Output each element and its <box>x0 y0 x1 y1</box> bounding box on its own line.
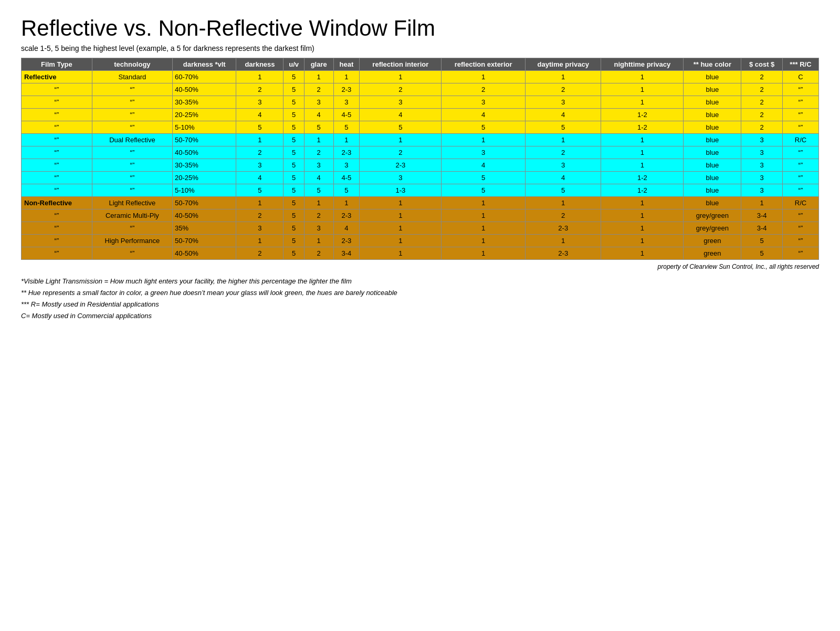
table-cell: blue <box>684 109 741 121</box>
table-cell: green <box>684 235 741 247</box>
table-cell: 2 <box>442 83 526 96</box>
table-cell: 2 <box>741 109 783 121</box>
table-cell: Reflective <box>22 71 92 83</box>
table-cell: 1 <box>601 134 684 146</box>
table-cell: 1 <box>442 209 526 222</box>
table-cell: 1 <box>601 159 684 172</box>
table-cell: Non-Reflective <box>22 197 92 209</box>
table-cell: 5 <box>284 146 304 159</box>
table-cell: 1-2 <box>601 184 684 197</box>
table-cell: 1 <box>360 134 442 146</box>
table-cell: 2 <box>741 121 783 134</box>
table-cell: 4 <box>360 109 442 121</box>
table-cell: 4 <box>442 159 526 172</box>
table-cell: 1 <box>333 197 360 209</box>
col-daytime: daytime privacy <box>526 58 601 71</box>
table-cell: 1 <box>442 247 526 260</box>
table-cell: 2 <box>526 209 601 222</box>
table-cell: 1-2 <box>601 172 684 184</box>
table-cell: “” <box>92 184 172 197</box>
table-cell: 5 <box>442 121 526 134</box>
table-row: “”“”40-50%2522-32321blue3“” <box>22 146 819 159</box>
table-cell: 2 <box>236 83 284 96</box>
table-cell: 5 <box>333 184 360 197</box>
table-row: “”“”40-50%2522-32221blue2“” <box>22 83 819 96</box>
table-cell: 1 <box>360 71 442 83</box>
table-cell: 3 <box>236 159 284 172</box>
table-cell: 5 <box>284 172 304 184</box>
table-cell: 1 <box>601 96 684 109</box>
table-cell: 1 <box>333 71 360 83</box>
table-cell: “” <box>22 96 92 109</box>
table-cell: 3 <box>360 172 442 184</box>
table-cell: 3-4 <box>333 247 360 260</box>
table-cell: “” <box>22 247 92 260</box>
table-row: “”“”30-35%35332-3431blue3“” <box>22 159 819 172</box>
table-cell: 3 <box>333 96 360 109</box>
table-cell: 2 <box>741 83 783 96</box>
table-cell: 4-5 <box>333 172 360 184</box>
table-cell: 2-3 <box>333 235 360 247</box>
table-cell: Dual Reflective <box>92 134 172 146</box>
table-cell: “” <box>782 247 818 260</box>
table-cell: 40-50% <box>172 247 236 260</box>
table-cell: 3 <box>741 172 783 184</box>
table-cell: blue <box>684 83 741 96</box>
table-cell: 5 <box>284 83 304 96</box>
table-cell: 5 <box>360 121 442 134</box>
table-cell: “” <box>782 146 818 159</box>
table-cell: green <box>684 247 741 260</box>
table-cell: “” <box>22 235 92 247</box>
footnote-3: *** R= Mostly used in Residential applic… <box>21 299 819 310</box>
table-cell: 5 <box>284 197 304 209</box>
table-cell: 5 <box>284 96 304 109</box>
table-cell: 5 <box>284 247 304 260</box>
col-heat: heat <box>333 58 360 71</box>
table-cell: 2 <box>304 247 333 260</box>
table-cell: 1 <box>526 71 601 83</box>
table-cell: “” <box>22 134 92 146</box>
table-row: “”“”5-10%55551-3551-2blue3“” <box>22 184 819 197</box>
table-cell: 1 <box>360 247 442 260</box>
table-row: “”“”40-50%2523-4112-31green5“” <box>22 247 819 260</box>
table-cell: “” <box>22 222 92 235</box>
table-cell: 5-10% <box>172 184 236 197</box>
table-cell: blue <box>684 96 741 109</box>
table-cell: “” <box>92 172 172 184</box>
table-cell: “” <box>782 222 818 235</box>
table-cell: 3 <box>526 159 601 172</box>
table-cell: “” <box>782 83 818 96</box>
table-cell: 1 <box>333 134 360 146</box>
table-cell: 5 <box>333 121 360 134</box>
table-cell: 2-3 <box>360 159 442 172</box>
table-cell: “” <box>22 146 92 159</box>
table-cell: 5 <box>304 121 333 134</box>
table-cell: 2 <box>304 209 333 222</box>
table-cell: “” <box>782 159 818 172</box>
table-cell: 3-4 <box>741 209 783 222</box>
table-cell: 2 <box>304 146 333 159</box>
table-cell: 4 <box>526 109 601 121</box>
table-cell: 1 <box>526 197 601 209</box>
col-darkness-vlt: darkness *vlt <box>172 58 236 71</box>
table-cell: 5 <box>442 184 526 197</box>
table-cell: blue <box>684 71 741 83</box>
table-cell: 3 <box>360 96 442 109</box>
table-cell: Light Reflective <box>92 197 172 209</box>
table-cell: 2 <box>360 146 442 159</box>
table-cell: 2 <box>236 209 284 222</box>
col-hue: ** hue color <box>684 58 741 71</box>
table-cell: 1 <box>442 197 526 209</box>
table-cell: 3 <box>333 159 360 172</box>
col-technology: technology <box>92 58 172 71</box>
table-cell: grey/green <box>684 209 741 222</box>
table-cell: “” <box>92 121 172 134</box>
table-row: “”“”30-35%35333331blue2“” <box>22 96 819 109</box>
table-cell: 30-35% <box>172 159 236 172</box>
table-cell: 5 <box>741 247 783 260</box>
table-cell: blue <box>684 172 741 184</box>
table-cell: “” <box>92 146 172 159</box>
table-cell: “” <box>92 222 172 235</box>
table-cell: 5 <box>284 121 304 134</box>
table-cell: 5 <box>284 235 304 247</box>
